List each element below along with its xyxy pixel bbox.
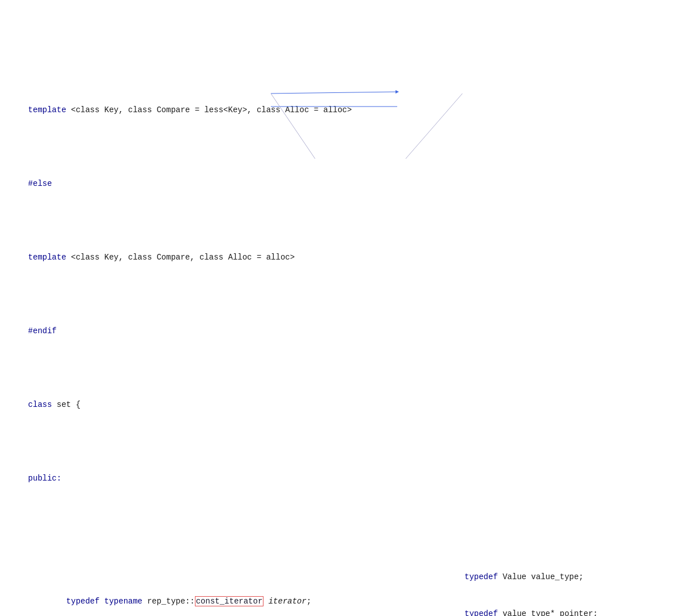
- kw-template: template: [28, 105, 66, 114]
- right-typedef2: typedef value_type* pointer;: [465, 608, 665, 616]
- typedef-iterator-line: typedef typename rep_type::const_iterato…: [9, 583, 340, 616]
- line-endif: #endif: [9, 313, 667, 350]
- code-text: <class Key, class Compare = less<Key>, c…: [66, 105, 352, 114]
- right-typedef1: typedef Value value_type;: [465, 571, 665, 584]
- semicolon1: ;: [307, 597, 311, 606]
- left-typedefs: typedef typename rep_type::const_iterato…: [9, 546, 340, 616]
- const-iterator-box1: const_iterator: [195, 596, 264, 606]
- code-text2: <class Key, class Compare, class Alloc =…: [66, 253, 295, 262]
- line-template-set: template <class Key, class Compare = les…: [9, 92, 667, 129]
- kw-template2: template: [28, 253, 66, 262]
- iterator-italic: iterator: [263, 597, 307, 606]
- top-code-section: template <class Key, class Compare = les…: [9, 6, 667, 616]
- line-class-set: class set {: [9, 386, 667, 423]
- set-name: set {: [52, 400, 80, 409]
- line-else: #else: [9, 165, 667, 202]
- line-public: public:: [9, 460, 667, 497]
- right-typedef-panel: typedef Value value_type; typedef value_…: [465, 546, 665, 616]
- hash-endif: #endif: [28, 326, 57, 335]
- kw-public: public:: [28, 474, 62, 483]
- kw-class: class: [28, 400, 52, 409]
- typedef-kw1: typedef typename rep_type::: [47, 597, 194, 606]
- two-col-layout: typedef typename rep_type::const_iterato…: [9, 546, 667, 616]
- hash-else: #else: [28, 179, 52, 188]
- line-template-set2: template <class Key, class Compare, clas…: [9, 239, 667, 276]
